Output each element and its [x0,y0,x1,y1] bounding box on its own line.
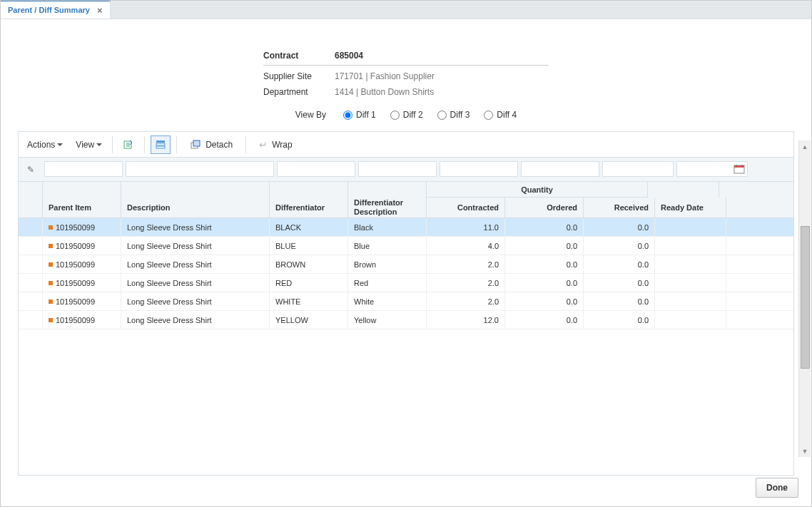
wrap-icon: ↵ [259,139,268,150]
th-quantity-group: Quantity [427,182,648,198]
cell-ready-date [655,274,726,292]
supplier-site-value: 171701 | Fashion Supplier [335,71,435,81]
actions-menu[interactable]: Actions [23,137,67,153]
th-differentiator[interactable]: Differentiator [270,198,348,217]
scrollbar[interactable]: ▲ ▼ [798,140,811,457]
cell-parent-item: 101950099 [43,218,121,236]
th-parent-item[interactable]: Parent Item [43,198,121,217]
item-marker-icon [49,262,53,267]
svg-rect-5 [193,140,200,146]
th-diff-desc-l1: Differentiator [354,198,403,208]
export-icon[interactable] [118,135,138,154]
view-menu[interactable]: View [71,137,106,153]
th-diff-desc-top [348,182,427,198]
th-received[interactable]: Received [584,198,655,217]
cell-differentiator: BROWN [270,255,348,273]
radio-input-diff-3[interactable] [437,111,447,120]
scroll-down-icon[interactable]: ▼ [799,445,811,457]
item-marker-icon [49,299,53,304]
svg-rect-7 [734,165,744,168]
radio-label-diff-2: Diff 2 [403,110,423,120]
radio-diff-2[interactable]: Diff 2 [390,110,423,120]
radio-diff-3[interactable]: Diff 3 [437,110,470,120]
header-info: Contract 685004 Supplier Site 171701 | F… [263,48,549,100]
cell-parent-item: 101950099 [43,311,121,329]
cell-contracted: 2.0 [427,255,505,273]
radio-input-diff-1[interactable] [343,111,352,120]
filter-description[interactable] [126,161,274,177]
scroll-up-icon[interactable]: ▲ [799,140,811,153]
radio-label-diff-4: Diff 4 [497,110,517,120]
cell-ordered: 0.0 [505,255,584,273]
cell-received: 0.0 [584,218,655,236]
close-icon[interactable]: × [97,6,103,15]
done-button[interactable]: Done [756,478,798,498]
tab-title: Parent / Diff Summary [8,6,90,14]
row-spacer [19,255,43,273]
table-row[interactable]: 101950099Long Sleeve Dress ShirtBROWNBro… [19,255,793,274]
cell-received: 0.0 [584,237,655,255]
tab-bar: Parent / Diff Summary × [1,1,811,19]
svg-rect-1 [156,140,165,143]
cell-contracted: 4.0 [427,237,505,255]
filter-received[interactable] [602,161,674,177]
detach-button[interactable]: Detach [183,136,240,153]
filter-diff-description[interactable] [358,161,437,177]
footer: Done [756,478,798,498]
filter-contracted[interactable] [440,161,518,177]
cell-description: Long Sleeve Dress Shirt [121,218,270,236]
table-row[interactable]: 101950099Long Sleeve Dress ShirtBLUEBlue… [19,237,793,255]
tab-parent-diff-summary[interactable]: Parent / Diff Summary × [1,0,111,19]
item-marker-icon [49,244,53,248]
cell-ready-date [655,292,726,310]
table-row[interactable]: 101950099Long Sleeve Dress ShirtYELLOWYe… [19,311,793,329]
pencil-icon[interactable]: ✎ [19,165,43,175]
cell-diff-description: White [348,292,427,310]
th-description[interactable]: Description [121,198,270,217]
cell-parent-item: 101950099 [43,274,121,292]
view-label: View [76,140,94,150]
th-diff-description[interactable]: Differentiator Description [348,198,427,217]
query-by-example-icon[interactable] [151,135,171,154]
row-spacer [19,218,43,236]
row-spacer [19,274,43,292]
radio-input-diff-2[interactable] [390,111,400,120]
caret-down-icon [57,143,63,146]
cell-description: Long Sleeve Dress Shirt [121,237,270,255]
cell-parent-item: 101950099 [43,255,121,273]
wrap-button[interactable]: ↵ Wrap [252,136,299,153]
scroll-thumb[interactable] [801,226,810,369]
table-row[interactable]: 101950099Long Sleeve Dress ShirtWHITEWhi… [19,292,793,311]
filter-parent-item[interactable] [44,161,123,177]
contract-value: 685004 [335,51,363,61]
th-description-top [121,182,270,198]
item-marker-icon [49,318,53,322]
contract-label: Contract [263,51,335,61]
filter-differentiator[interactable] [277,161,355,177]
cell-differentiator: BLACK [270,218,348,236]
radio-input-diff-4[interactable] [484,111,493,120]
detach-label: Detach [205,140,233,150]
th-ready-date[interactable]: Ready Date [655,198,726,217]
cell-ready-date [655,255,726,273]
cell-contracted: 11.0 [427,218,505,236]
radio-diff-1[interactable]: Diff 1 [343,110,376,120]
cell-description: Long Sleeve Dress Shirt [121,292,270,310]
calendar-icon[interactable] [734,164,745,174]
cell-received: 0.0 [584,311,655,329]
table-row[interactable]: 101950099Long Sleeve Dress ShirtBLACKBla… [19,218,793,237]
radio-diff-4[interactable]: Diff 4 [484,110,517,120]
filter-ordered[interactable] [521,161,599,177]
cell-diff-description: Brown [348,255,427,273]
th-spacer [19,198,43,217]
cell-parent-item: 101950099 [43,237,121,255]
cell-differentiator: YELLOW [270,311,348,329]
toolbar: Actions View Detach ↵ Wrap [19,132,793,158]
table-row[interactable]: 101950099Long Sleeve Dress ShirtREDRed2.… [19,274,793,292]
cell-ready-date [655,218,726,236]
cell-diff-description: Red [348,274,427,292]
cell-ordered: 0.0 [505,292,584,310]
th-parent-item-top [43,182,121,198]
th-contracted[interactable]: Contracted [427,198,505,217]
th-ordered[interactable]: Ordered [505,198,584,217]
